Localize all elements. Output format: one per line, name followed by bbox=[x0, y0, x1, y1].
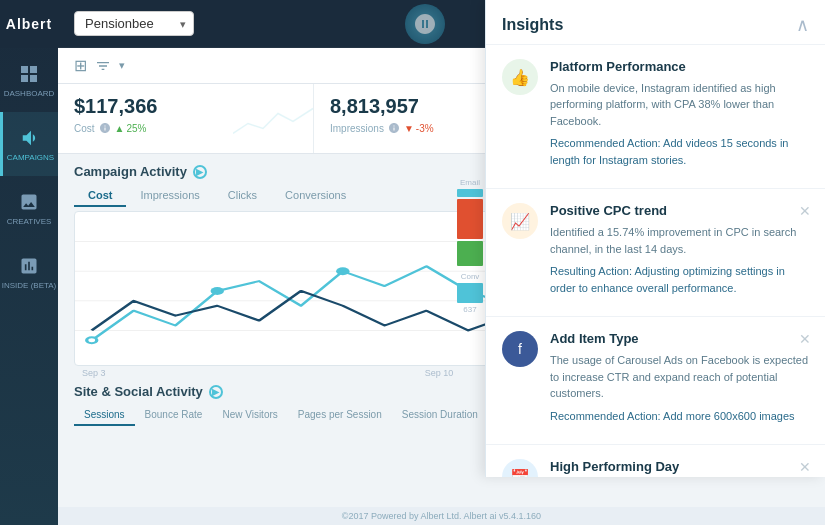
filter-icon[interactable]: ⊞ bbox=[74, 56, 87, 75]
footer: ©2017 Powered by Albert Ltd. Albert ai v… bbox=[58, 507, 825, 525]
social-info-icon[interactable]: ▶ bbox=[209, 385, 223, 399]
insights-header: Insights ∧ bbox=[486, 0, 825, 45]
svg-rect-2 bbox=[21, 75, 28, 82]
conv-value: 637 bbox=[457, 305, 483, 314]
info-icon-2 bbox=[388, 122, 400, 134]
insight-additem-action: Recommended Action: Add more 600x600 ima… bbox=[550, 408, 809, 425]
insights-close-button[interactable]: ∧ bbox=[796, 14, 809, 36]
insight-highday-dismiss[interactable]: ✕ bbox=[799, 459, 811, 475]
footer-text: ©2017 Powered by Albert Ltd. Albert ai v… bbox=[342, 511, 541, 521]
right-bar-area: Email Conv 637 bbox=[455, 118, 485, 318]
insight-icon-facebook: f bbox=[502, 331, 538, 367]
svg-rect-0 bbox=[21, 66, 28, 73]
bar-red bbox=[457, 199, 483, 239]
insights-title: Insights bbox=[502, 16, 563, 34]
insight-additem-dismiss[interactable]: ✕ bbox=[799, 331, 811, 347]
filter-funnel-icon[interactable] bbox=[95, 58, 111, 74]
insights-body: 👍 Platform Performance On mobile device,… bbox=[486, 45, 825, 477]
sidebar-item-creatives[interactable]: CREATIVES bbox=[0, 176, 58, 240]
insights-panel: Insights ∧ 👍 Platform Performance On mob… bbox=[485, 0, 825, 477]
insight-icon-chart: 📈 bbox=[502, 203, 538, 239]
sidebar-item-label: INSIDE (BETA) bbox=[2, 281, 57, 290]
insight-platform-text: On mobile device, Instagram identified a… bbox=[550, 80, 809, 130]
insight-platform-title: Platform Performance bbox=[550, 59, 809, 76]
campaign-info-icon[interactable]: ▶ bbox=[193, 165, 207, 179]
insight-icon-thumbsup: 👍 bbox=[502, 59, 538, 95]
assistant-icon[interactable] bbox=[405, 4, 445, 44]
chart-tab-conversions[interactable]: Conversions bbox=[271, 185, 360, 207]
bar-green bbox=[457, 241, 483, 266]
svg-point-8 bbox=[211, 287, 224, 295]
sidebar: Albert DASHBOARD CAMPAIGNS CREATIVES bbox=[0, 0, 58, 525]
x-label-0: Sep 3 bbox=[82, 368, 106, 378]
social-tab-new-visitors[interactable]: New Visitors bbox=[212, 405, 287, 426]
social-tab-duration[interactable]: Session Duration bbox=[392, 405, 488, 426]
stat-cost-up-icon: ▲ bbox=[115, 123, 125, 134]
bar-conv bbox=[457, 283, 483, 303]
megaphone-icon bbox=[20, 127, 42, 149]
insight-platform-performance: 👍 Platform Performance On mobile device,… bbox=[486, 45, 825, 189]
sidebar-item-dashboard[interactable]: DASHBOARD bbox=[0, 48, 58, 112]
stat-impressions-change: ▼ -3% bbox=[404, 123, 434, 134]
filter-caret-icon[interactable]: ▾ bbox=[119, 59, 125, 72]
sidebar-item-label: CAMPAIGNS bbox=[7, 153, 54, 162]
stat-cost: $117,366 Cost ▲ 25% bbox=[58, 84, 314, 153]
svg-point-13 bbox=[87, 337, 97, 343]
chart-tab-clicks[interactable]: Clicks bbox=[214, 185, 271, 207]
chart-tab-cost[interactable]: Cost bbox=[74, 185, 126, 207]
svg-rect-3 bbox=[30, 75, 37, 82]
stat-impressions-label: Impressions bbox=[330, 123, 384, 134]
image-icon bbox=[18, 191, 40, 213]
insight-high-performing-day: ✕ 📅 High Performing Day Tuesday has been… bbox=[486, 445, 825, 477]
sidebar-item-label: DASHBOARD bbox=[4, 89, 55, 98]
social-tab-sessions[interactable]: Sessions bbox=[74, 405, 135, 426]
insight-cpc-dismiss[interactable]: ✕ bbox=[799, 203, 811, 219]
bar-teal bbox=[457, 189, 483, 197]
stat-cost-label: Cost bbox=[74, 123, 95, 134]
insight-cpc-text: Identified a 15.74% improvement in CPC i… bbox=[550, 224, 809, 257]
account-dropdown[interactable]: Pensionbee bbox=[74, 11, 194, 36]
conv-label: Conv bbox=[457, 272, 483, 281]
account-dropdown-wrapper[interactable]: Pensionbee bbox=[74, 11, 194, 36]
insight-cpc-action: Resulting Action: Adjusting optimizing s… bbox=[550, 263, 809, 296]
email-label: Email bbox=[457, 178, 483, 187]
sparkline-cost bbox=[233, 84, 313, 153]
logo: Albert bbox=[0, 0, 58, 48]
insight-add-item-type: ✕ f Add Item Type The usage of Carousel … bbox=[486, 317, 825, 445]
insight-icon-calendar: 📅 bbox=[502, 459, 538, 477]
grid-icon bbox=[18, 63, 40, 85]
chart-tab-impressions[interactable]: Impressions bbox=[126, 185, 213, 207]
chart-icon bbox=[18, 255, 40, 277]
x-label-1: Sep 10 bbox=[425, 368, 454, 378]
insight-positive-cpc: ✕ 📈 Positive CPC trend Identified a 15.7… bbox=[486, 189, 825, 317]
info-icon bbox=[99, 122, 111, 134]
social-tab-bounce[interactable]: Bounce Rate bbox=[135, 405, 213, 426]
insight-platform-action: Recommended Action: Add videos 15 second… bbox=[550, 135, 809, 168]
insight-cpc-title: Positive CPC trend bbox=[550, 203, 809, 220]
insight-additem-text: The usage of Carousel Ads on Facebook is… bbox=[550, 352, 809, 402]
insight-additem-title: Add Item Type bbox=[550, 331, 809, 348]
sidebar-item-campaigns[interactable]: CAMPAIGNS bbox=[0, 112, 58, 176]
sidebar-item-inside[interactable]: INSIDE (BETA) bbox=[0, 240, 58, 304]
stat-cost-change: ▲ 25% bbox=[115, 123, 147, 134]
sidebar-item-label: CREATIVES bbox=[7, 217, 52, 226]
stat-impressions-down-icon: ▼ bbox=[404, 123, 414, 134]
insight-highday-title: High Performing Day bbox=[550, 459, 809, 476]
social-tab-pages[interactable]: Pages per Session bbox=[288, 405, 392, 426]
svg-rect-1 bbox=[30, 66, 37, 73]
svg-point-9 bbox=[336, 267, 349, 275]
